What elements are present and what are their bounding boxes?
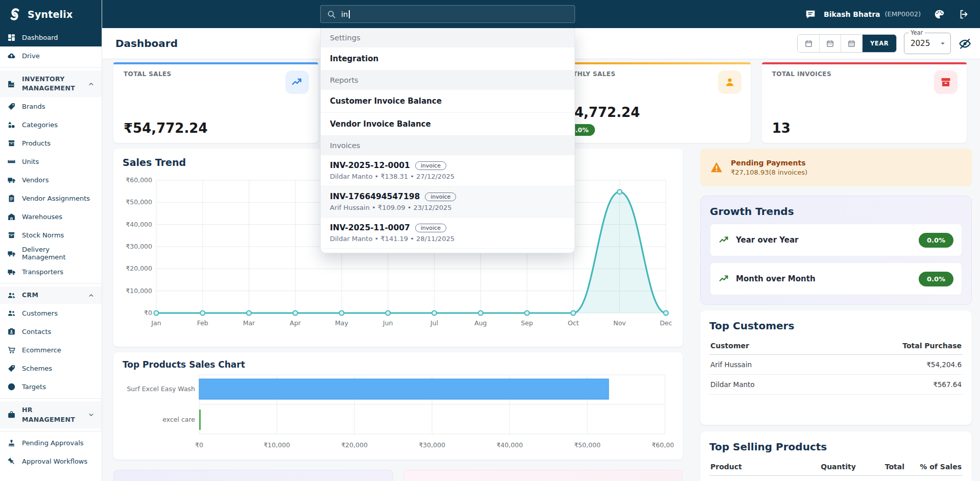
svg-text:Aug: Aug <box>474 319 487 327</box>
sidebar-item-schemes[interactable]: Schemes <box>0 359 102 377</box>
sidebar-item-categories[interactable]: Categories <box>0 115 102 134</box>
sidebar-item-drive[interactable]: Drive <box>0 46 102 65</box>
brand-name: Syntelix <box>28 9 73 20</box>
invoice-type-badge: invoice <box>425 193 456 201</box>
navbar-right-cluster: Bikash Bhatra (EMP0002) <box>805 0 971 28</box>
kpi-label: TOTAL INVOICES <box>772 70 957 78</box>
sidebar-item-brands[interactable]: Brands <box>0 97 102 115</box>
sidebar-item-vendor-assignments[interactable]: Vendor Assignments <box>0 189 102 207</box>
invoice-box-icon <box>934 70 958 94</box>
year-select-value: 2025 <box>911 39 938 48</box>
sidebar-item-delivery-management[interactable]: Delivery Management <box>0 244 102 262</box>
stamp-icon <box>7 439 16 447</box>
dropdown-item-customer-invoice-balance[interactable]: Customer Invoice Balance <box>321 90 575 113</box>
briefcase-icon <box>7 411 16 419</box>
dropdown-section-invoices: Invoices <box>321 136 575 155</box>
search-results-dropdown: Settings Integration Reports Customer In… <box>320 28 575 253</box>
svg-text:Oct: Oct <box>568 319 579 327</box>
svg-text:₹20,000: ₹20,000 <box>341 441 368 449</box>
kpi-total-sales: TOTAL SALES ₹54,772.24 <box>113 62 318 143</box>
dropdown-invoice-result[interactable]: INV-1766494547198 invoice Arif Hussain •… <box>321 186 575 218</box>
sidebar-item-approval-workflows[interactable]: Approval Workflows <box>0 452 102 471</box>
chevron-up-icon <box>88 81 94 87</box>
svg-text:₹20,000: ₹20,000 <box>126 264 152 272</box>
day-view-button[interactable] <box>798 35 819 52</box>
theme-palette-icon[interactable] <box>934 8 946 20</box>
sidebar-item-units[interactable]: Units <box>0 152 102 171</box>
user-employee-id: (EMP0002) <box>885 10 921 18</box>
top-customers-table: Customer Total Purchase Arif Hussain ₹54… <box>709 337 963 395</box>
warning-triangle-icon <box>709 160 724 175</box>
sidebar-item-products[interactable]: Products <box>0 134 102 152</box>
sidebar-section-hr[interactable]: HR MANAGEMENT <box>0 401 102 428</box>
date-range-controls: YEAR Year 2025 <box>797 33 972 54</box>
svg-text:Dec: Dec <box>660 319 672 327</box>
week-view-button[interactable] <box>819 35 841 52</box>
dashboard-icon <box>7 33 16 42</box>
dropdown-section-settings: Settings <box>321 28 575 47</box>
year-select[interactable]: Year 2025 <box>904 33 951 54</box>
dropdown-invoice-result[interactable]: INV-2025-12-0001 invoice Dildar Manto • … <box>321 155 575 186</box>
chat-icon[interactable] <box>805 8 817 20</box>
svg-text:₹40,000: ₹40,000 <box>126 221 152 228</box>
svg-text:Nov: Nov <box>613 319 626 327</box>
growth-row-mom: Month over Month 0.0% <box>710 262 962 295</box>
svg-text:₹50,000: ₹50,000 <box>574 441 601 449</box>
svg-text:Surf Excel Easy Wash: Surf Excel Easy Wash <box>127 385 195 393</box>
logout-icon[interactable] <box>959 8 971 20</box>
ruler-icon <box>7 157 16 166</box>
svg-text:Feb: Feb <box>197 319 208 327</box>
growth-trends-card: Growth Trends Year over Year 0.0% Month … <box>700 196 972 305</box>
trend-up-icon <box>285 70 309 94</box>
sidebar-item-dashboard[interactable]: Dashboard <box>0 28 102 46</box>
search-icon <box>327 10 336 19</box>
kpi-label: MONTHLY SALES <box>556 70 740 78</box>
dropdown-item-vendor-invoice-balance[interactable]: Vendor Invoice Balance <box>321 113 575 136</box>
svg-text:Sep: Sep <box>521 319 533 327</box>
user-name[interactable]: Bikash Bhatra <box>824 10 880 18</box>
trending-up-icon <box>719 234 730 246</box>
sidebar-nav: Dashboard Drive INVENTORY MANAGEMENT Bra… <box>0 28 102 471</box>
month-view-button[interactable] <box>841 35 862 52</box>
factory-icon <box>7 80 16 88</box>
sidebar-item-stock-norms[interactable]: Stock Norms <box>0 226 102 244</box>
hide-values-eye-off-icon[interactable] <box>958 37 972 51</box>
global-search-input[interactable]: in <box>320 5 575 23</box>
people-icon <box>7 309 16 318</box>
cart-icon <box>7 346 16 354</box>
year-select-label: Year <box>909 29 925 36</box>
partial-card-right <box>403 470 683 481</box>
sidebar-item-contacts[interactable]: Contacts <box>0 322 102 341</box>
top-selling-products-table: Product Quantity Total % of Sales Surf E… <box>709 458 963 481</box>
sidebar-section-inventory[interactable]: INVENTORY MANAGEMENT <box>0 70 102 97</box>
search-value: in <box>341 10 348 18</box>
sidebar-section-crm[interactable]: CRM <box>0 286 102 304</box>
growth-row-yoy: Year over Year 0.0% <box>710 224 962 256</box>
chevron-up-icon <box>88 292 94 299</box>
right-panel: Pending Payments ₹27,108.93(8 invoices) … <box>700 149 972 481</box>
svg-text:₹60,000: ₹60,000 <box>652 441 674 449</box>
sidebar-item-pending-approvals[interactable]: Pending Approvals <box>0 434 102 452</box>
dropdown-item-integration[interactable]: Integration <box>321 47 575 70</box>
sidebar-item-ecommerce[interactable]: Ecommerce <box>0 341 102 359</box>
year-view-button[interactable]: YEAR <box>862 35 896 52</box>
divider <box>0 67 102 68</box>
alert-amount: ₹27,108.93(8 invoices) <box>731 169 807 176</box>
svg-text:₹40,000: ₹40,000 <box>496 441 523 449</box>
pending-payments-alert[interactable]: Pending Payments ₹27,108.93(8 invoices) <box>700 149 972 186</box>
app-logo[interactable]: Syntelix <box>0 0 102 28</box>
sidebar-item-customers[interactable]: Customers <box>0 304 102 322</box>
range-button-group: YEAR <box>797 34 897 53</box>
dropdown-section-reports: Reports <box>321 70 575 90</box>
kpi-value: ₹54,772.24 <box>124 121 308 136</box>
svg-text:Jun: Jun <box>383 319 393 327</box>
growth-value-badge: 0.0% <box>919 233 953 248</box>
invoice-type-badge: invoice <box>415 224 446 232</box>
text-cursor <box>349 10 350 18</box>
sidebar-item-warehouses[interactable]: Warehouses <box>0 207 102 226</box>
sidebar-item-vendors[interactable]: Vendors <box>0 171 102 189</box>
sidebar-item-transporters[interactable]: Transporters <box>0 262 102 281</box>
sidebar-item-targets[interactable]: Targets <box>0 377 102 396</box>
dropdown-invoice-result[interactable]: INV-2025-11-0007 invoice Dildar Manto • … <box>321 218 575 249</box>
top-customers-card: Top Customers Customer Total Purchase Ar… <box>700 310 972 425</box>
